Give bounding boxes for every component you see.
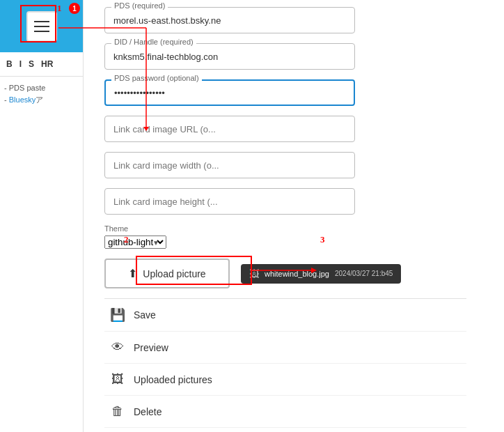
sidebar: 1 B I S HR - PDS paste - Blueskyア: [0, 0, 84, 432]
did-input[interactable]: [104, 43, 355, 70]
password-field: PDS password (optional): [104, 79, 466, 106]
strikethrough-button[interactable]: S: [26, 58, 36, 70]
delete-menu-item[interactable]: 🗑 Delete: [104, 396, 466, 428]
bluesky-link[interactable]: Bluesky: [9, 95, 36, 104]
theme-select-wrapper: github-light github-dark default ▼: [104, 236, 166, 249]
theme-label: Theme: [104, 224, 466, 233]
link-height-field: [104, 188, 466, 215]
delete-label: Delete: [134, 406, 162, 417]
hr-button[interactable]: HR: [39, 58, 55, 70]
uploaded-file-info: 🖼 whitewind_blog.jpg 2024/03/27 21:b45: [241, 264, 401, 284]
hamburger-line-1: [34, 21, 49, 22]
save-icon: 💾: [110, 307, 125, 323]
menu-list: 💾 Save 👁 Preview 🖼 Uploaded pictures 🗑 D…: [104, 298, 466, 432]
link-url-field: [104, 116, 466, 142]
preview-icon: 👁: [110, 340, 125, 355]
preview-label: Preview: [134, 342, 168, 353]
upload-section: ⬆ Upload picture 🖼 whitewind_blog.jpg 20…: [104, 259, 466, 288]
hamburger-line-2: [34, 26, 49, 27]
sidebar-text-line1: - PDS paste: [4, 82, 79, 94]
bold-button[interactable]: B: [4, 58, 15, 70]
upload-icon: ⬆: [128, 267, 137, 280]
theme-select[interactable]: github-light github-dark default: [104, 236, 166, 249]
upload-button[interactable]: ⬆ Upload picture: [104, 259, 230, 288]
password-input[interactable]: [104, 79, 355, 106]
file-icon: 🖼: [249, 268, 259, 279]
notification-badge: 1: [69, 3, 80, 14]
did-label: DID / Handle (required): [111, 38, 196, 46]
preview-menu-item[interactable]: 👁 Preview: [104, 332, 466, 364]
hamburger-line-3: [34, 31, 49, 32]
uploaded-pictures-label: Uploaded pictures: [134, 374, 212, 385]
link-height-input[interactable]: [104, 188, 355, 215]
sidebar-text-line2: - Blueskyア: [4, 94, 79, 106]
link-width-input[interactable]: [104, 152, 355, 178]
main-content: PDS (required) DID / Handle (required) P…: [90, 0, 480, 432]
pds-label: PDS (required): [111, 1, 168, 10]
file-name: whitewind_blog.jpg: [265, 270, 329, 278]
sidebar-header: 1: [0, 0, 83, 52]
pds-field: PDS (required): [104, 7, 466, 33]
did-field: DID / Handle (required): [104, 43, 466, 70]
link-url-input[interactable]: [104, 116, 355, 142]
upload-button-label: Upload picture: [143, 268, 205, 279]
file-timestamp: 2024/03/27 21:b45: [335, 270, 393, 277]
delete-icon: 🗑: [110, 404, 125, 419]
hamburger-button[interactable]: [26, 11, 57, 42]
sidebar-toolbar: B I S HR: [0, 52, 83, 77]
password-label: PDS password (optional): [111, 74, 202, 82]
theme-group: Theme github-light github-dark default ▼: [104, 224, 466, 249]
pictures-icon: 🖼: [110, 372, 125, 387]
pds-input[interactable]: [104, 7, 355, 33]
sidebar-text: - PDS paste - Blueskyア: [0, 77, 83, 111]
link-width-field: [104, 152, 466, 178]
save-label: Save: [134, 309, 156, 321]
uploaded-pictures-menu-item[interactable]: 🖼 Uploaded pictures: [104, 364, 466, 396]
save-menu-item[interactable]: 💾 Save: [104, 299, 466, 332]
return-menu-item[interactable]: ↩ Return to blog list: [104, 428, 466, 432]
italic-button[interactable]: I: [17, 58, 24, 70]
